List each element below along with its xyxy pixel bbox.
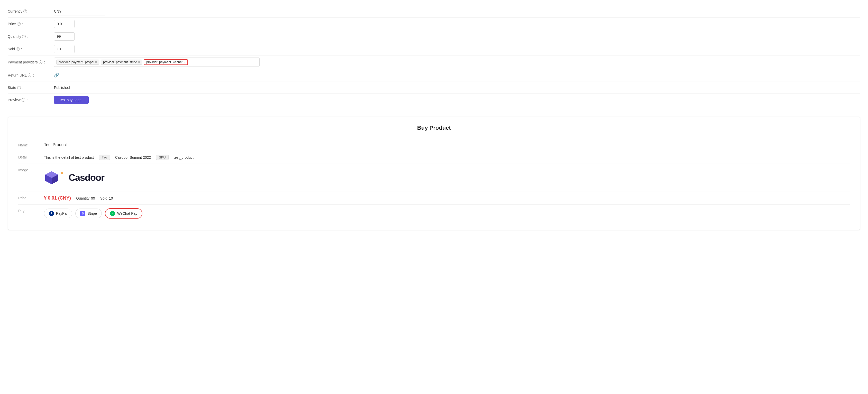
return-url-help-icon[interactable]: ?: [28, 73, 31, 77]
preview-row: Preview ? : Test buy page..: [8, 94, 860, 106]
casdoor-cube-icon: [44, 170, 59, 186]
product-detail-value: This is the detail of test product: [44, 155, 94, 160]
product-name-row: Name Test Product: [18, 139, 850, 151]
currency-help-icon[interactable]: ?: [23, 9, 27, 13]
stripe-icon: S: [80, 211, 85, 216]
payment-providers-label: Payment providers ? :: [8, 60, 54, 64]
test-buy-page-button[interactable]: Test buy page..: [54, 96, 89, 104]
tag-paypal: provider_payment_paypal ×: [56, 60, 99, 65]
product-tag-value: Casdoor Summit 2022: [115, 155, 151, 160]
sold-value-inline: 10: [109, 196, 113, 200]
product-image-content: ★ Casdoor: [44, 167, 850, 188]
wechat-icon: ✓: [110, 211, 115, 216]
state-text: Published: [54, 86, 70, 90]
state-label: State ? :: [8, 86, 54, 90]
return-url-row: Return URL ? : 🔗: [8, 69, 860, 81]
product-image-row: Image ★ Casdoor: [18, 164, 850, 192]
tag-wechat: provider_payment_wechat ×: [144, 59, 188, 65]
payment-providers-help-icon[interactable]: ?: [39, 60, 42, 64]
paypal-icon: P: [49, 211, 54, 216]
product-sku-label: SKU: [156, 155, 168, 160]
quantity-label: Quantity ? :: [8, 34, 54, 38]
buy-product-card: Buy Product Name Test Product Detail Thi…: [8, 117, 860, 230]
pay-label: Pay: [18, 208, 39, 213]
product-detail-row: Detail This is the detail of test produc…: [18, 151, 850, 164]
tag-paypal-close[interactable]: ×: [95, 61, 97, 64]
sold-label-inline: Sold: [100, 196, 107, 200]
stripe-label: Stripe: [87, 211, 97, 216]
product-price-row: Price ¥ 0.01 (CNY) Quantity 99 Sold 10: [18, 192, 850, 205]
price-value: [54, 20, 860, 28]
sold-label: Sold ? :: [8, 47, 54, 51]
quantity-group: Quantity 99: [76, 196, 95, 200]
tag-stripe-close[interactable]: ×: [138, 61, 140, 64]
state-value: Published: [54, 86, 860, 90]
currency-value: [54, 7, 860, 15]
product-sku-value: test_product: [174, 155, 193, 160]
payment-providers-value: provider_payment_paypal × provider_payme…: [54, 58, 860, 67]
preview-value: Test buy page..: [54, 96, 860, 104]
quantity-input[interactable]: [54, 32, 74, 41]
payment-providers-tags[interactable]: provider_payment_paypal × provider_payme…: [54, 58, 259, 67]
quantity-value-inline: 99: [91, 196, 95, 200]
product-tag-label: Tag: [99, 155, 110, 160]
quantity-value: [54, 32, 860, 41]
wechat-pay-button[interactable]: ✓ WeChat Pay: [105, 208, 143, 219]
paypal-pay-button[interactable]: P PayPal: [44, 208, 72, 218]
product-image-label: Image: [18, 167, 39, 172]
product-detail-label: Detail: [18, 155, 39, 159]
currency-label: Currency ? :: [8, 9, 54, 13]
casdoor-brand-text: Casdoor: [69, 172, 104, 183]
price-row: Price ? :: [8, 18, 860, 30]
stripe-pay-button[interactable]: S Stripe: [75, 208, 102, 218]
quantity-help-icon[interactable]: ?: [22, 35, 26, 38]
product-name-label: Name: [18, 142, 39, 147]
sold-value: [54, 45, 860, 53]
quantity-row: Quantity ? :: [8, 30, 860, 43]
product-name-value: Test Product: [44, 142, 67, 147]
payment-providers-row: Payment providers ? : provider_payment_p…: [8, 56, 860, 69]
sold-row: Sold ? :: [8, 43, 860, 56]
wechat-label: WeChat Pay: [117, 211, 137, 216]
state-help-icon[interactable]: ?: [17, 86, 21, 89]
state-row: State ? : Published: [8, 81, 860, 94]
pay-buttons-container: P PayPal S Stripe ✓ WeChat Pay: [44, 208, 850, 219]
currency-input[interactable]: [54, 7, 105, 15]
sold-input[interactable]: [54, 45, 74, 53]
product-price-label: Price: [18, 195, 39, 200]
sold-help-icon[interactable]: ?: [16, 47, 20, 51]
link-icon: 🔗: [54, 73, 59, 77]
product-price-value: ¥ 0.01 (CNY): [44, 195, 71, 201]
price-help-icon[interactable]: ?: [17, 22, 21, 26]
paypal-label: PayPal: [56, 211, 67, 216]
casdoor-logo: ★ Casdoor: [44, 167, 104, 188]
buy-product-title: Buy Product: [18, 125, 850, 131]
product-detail-content: This is the detail of test product Tag C…: [44, 155, 850, 160]
casdoor-star-icon: ★: [60, 170, 64, 175]
preview-help-icon[interactable]: ?: [22, 98, 25, 102]
price-input[interactable]: [54, 20, 74, 28]
currency-row: Currency ? :: [8, 5, 860, 18]
product-name-content: Test Product: [44, 142, 850, 147]
pay-buttons-group: P PayPal S Stripe ✓ WeChat Pay: [44, 208, 143, 219]
quantity-label-inline: Quantity: [76, 196, 89, 200]
product-price-content: ¥ 0.01 (CNY) Quantity 99 Sold 10: [44, 195, 850, 201]
price-label: Price ? :: [8, 22, 54, 26]
pay-row: Pay P PayPal S Stripe ✓ WeChat Pay: [18, 205, 850, 222]
tag-wechat-close[interactable]: ×: [184, 61, 185, 64]
sold-group: Sold 10: [100, 196, 113, 200]
return-url-label: Return URL ? :: [8, 73, 54, 77]
preview-label: Preview ? :: [8, 98, 54, 102]
tag-stripe: provider_payment_stripe ×: [101, 60, 142, 65]
return-url-value: 🔗: [54, 73, 860, 77]
